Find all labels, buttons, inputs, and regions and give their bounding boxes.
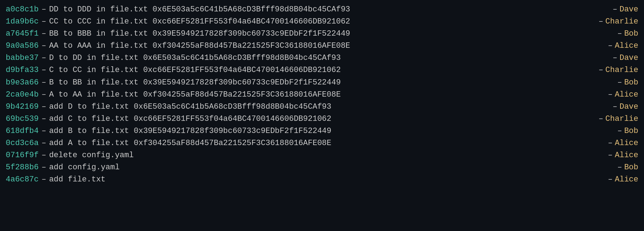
commit-author: Bob xyxy=(624,125,638,137)
commit-hash: babbe37 xyxy=(6,52,38,64)
log-row: b9e3a66 – B to BB in file.txt 0x39E59492… xyxy=(6,77,638,89)
author-separator: – xyxy=(617,125,622,137)
author-separator: – xyxy=(598,113,603,125)
separator: – xyxy=(41,113,46,125)
separator: – xyxy=(41,40,46,52)
log-row: 0cd3c6a – add A to file.txt 0xf304255aF8… xyxy=(6,137,638,149)
author-separator: – xyxy=(613,52,617,64)
log-row: 9a0a586 – AA to AAA in file.txt 0xf30425… xyxy=(6,40,638,52)
commit-author: Bob xyxy=(624,28,638,40)
commit-hash: 0cd3c6a xyxy=(6,137,38,149)
separator: – xyxy=(41,77,46,89)
commit-message: C to CC in file.txt 0xc66EF5281FF553f04a… xyxy=(49,64,597,76)
log-row: d9bfa33 – C to CC in file.txt 0xc66EF528… xyxy=(6,64,638,76)
commit-message: delete config.yaml xyxy=(49,149,606,161)
separator: – xyxy=(41,161,46,174)
commit-message: add C to file.txt 0xc66EF5281FF553f04a64… xyxy=(49,113,597,125)
log-row: 9b42169 – add D to file.txt 0x6E503a5c6C… xyxy=(6,101,638,113)
author-separator: – xyxy=(617,161,622,174)
commit-hash: a7645f1 xyxy=(6,28,38,40)
log-row: a0c8c1b – DD to DDD in file.txt 0x6E503a… xyxy=(6,4,638,16)
commit-message: DD to DDD in file.txt 0x6E503a5c6C41b5A6… xyxy=(49,4,610,16)
log-row: 2ca0e4b – A to AA in file.txt 0xf304255a… xyxy=(6,89,638,101)
author-separator: – xyxy=(608,137,613,149)
commit-hash: 9b42169 xyxy=(6,101,38,113)
commit-message: CC to CCC in file.txt 0xc66EF5281FF553f0… xyxy=(49,16,597,28)
separator: – xyxy=(41,101,46,113)
commit-hash: 0716f9f xyxy=(6,149,38,161)
commit-author: Dave xyxy=(619,4,638,16)
author-separator: – xyxy=(598,64,603,76)
commit-author: Dave xyxy=(619,101,638,113)
separator: – xyxy=(41,28,46,40)
separator: – xyxy=(41,174,46,186)
log-row: 0716f9f – delete config.yaml – Alice xyxy=(6,149,638,161)
author-separator: – xyxy=(613,101,617,113)
log-row: 1da9b6c – CC to CCC in file.txt 0xc66EF5… xyxy=(6,16,638,28)
separator: – xyxy=(41,125,46,137)
separator: – xyxy=(41,4,46,16)
commit-author: Charlie xyxy=(606,113,638,125)
separator: – xyxy=(41,64,46,76)
commit-message: add D to file.txt 0x6E503a5c6C41b5A68cD3… xyxy=(49,101,610,113)
commit-author: Charlie xyxy=(606,64,638,76)
commit-hash: 1da9b6c xyxy=(6,16,38,28)
separator: – xyxy=(41,16,46,28)
commit-hash: 4a6c87c xyxy=(6,174,38,186)
log-row: 69bc539 – add C to file.txt 0xc66EF5281F… xyxy=(6,113,638,125)
commit-hash: b9e3a66 xyxy=(6,77,38,89)
log-row: 5f288b6 – add config.yaml – Bob xyxy=(6,161,638,174)
author-separator: – xyxy=(608,89,613,101)
commit-hash: 618dfb4 xyxy=(6,125,38,137)
author-separator: – xyxy=(613,4,617,16)
commit-author: Alice xyxy=(615,137,638,149)
separator: – xyxy=(41,137,46,149)
commit-message: add A to file.txt 0xf304255aF88d457Ba221… xyxy=(49,137,606,149)
commit-author: Dave xyxy=(619,52,638,64)
separator: – xyxy=(41,52,46,64)
commit-author: Alice xyxy=(615,89,638,101)
log-row: babbe37 – D to DD in file.txt 0x6E503a5c… xyxy=(6,52,638,64)
separator: – xyxy=(41,89,46,101)
commit-message: AA to AAA in file.txt 0xf304255aF88d457B… xyxy=(49,40,606,52)
separator: – xyxy=(41,149,46,161)
log-row: a7645f1 – BB to BBB in file.txt 0x39E594… xyxy=(6,28,638,40)
commit-hash: 2ca0e4b xyxy=(6,89,38,101)
commit-author: Bob xyxy=(624,77,638,89)
commit-hash: a0c8c1b xyxy=(6,4,38,16)
commit-message: D to DD in file.txt 0x6E503a5c6C41b5A68c… xyxy=(49,52,610,64)
commit-message: add config.yaml xyxy=(49,161,615,174)
author-separator: – xyxy=(608,174,613,186)
commit-author: Alice xyxy=(615,174,638,186)
log-row: 618dfb4 – add B to file.txt 0x39E5949217… xyxy=(6,125,638,137)
author-separator: – xyxy=(598,16,603,28)
commit-hash: 5f288b6 xyxy=(6,161,38,174)
commit-message: BB to BBB in file.txt 0x39E5949217828f30… xyxy=(49,28,615,40)
log-row: 4a6c87c – add file.txt – Alice xyxy=(6,174,638,186)
commit-hash: 9a0a586 xyxy=(6,40,38,52)
commit-message: add file.txt xyxy=(49,174,606,186)
author-separator: – xyxy=(617,77,622,89)
author-separator: – xyxy=(608,149,613,161)
author-separator: – xyxy=(617,28,622,40)
commit-hash: d9bfa33 xyxy=(6,64,38,76)
commit-message: A to AA in file.txt 0xf304255aF88d457Ba2… xyxy=(49,89,606,101)
commit-author: Alice xyxy=(615,40,638,52)
commit-message: B to BB in file.txt 0x39E5949217828f309b… xyxy=(49,77,615,89)
commit-author: Alice xyxy=(615,149,638,161)
commit-message: add B to file.txt 0x39E5949217828f309bc6… xyxy=(49,125,615,137)
commit-author: Bob xyxy=(624,161,638,174)
commit-hash: 69bc539 xyxy=(6,113,38,125)
author-separator: – xyxy=(608,40,613,52)
commit-author: Charlie xyxy=(606,16,638,28)
git-log: a0c8c1b – DD to DDD in file.txt 0x6E503a… xyxy=(6,4,638,186)
